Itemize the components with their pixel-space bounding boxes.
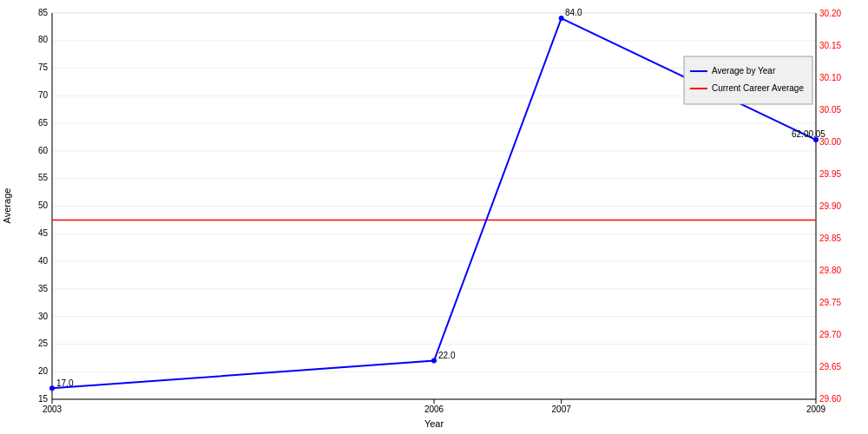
y-tick-55: 55 (38, 173, 49, 182)
chart-container: 15 20 25 30 35 40 45 50 55 60 65 70 75 8… (0, 0, 868, 434)
y-right-tick-2985: 29.85 (819, 233, 841, 243)
y-right-tick-2960: 29.60 (819, 394, 841, 404)
y-right-tick-2965: 29.65 (819, 362, 841, 372)
chart-svg: 15 20 25 30 35 40 45 50 55 60 65 70 75 8… (0, 0, 868, 434)
y-tick-35: 35 (38, 284, 49, 293)
y-tick-25: 25 (38, 339, 49, 348)
dot-2003 (49, 385, 55, 391)
y-right-tick-3010: 30.10 (819, 73, 841, 82)
y-right-tick-3020: 30.20 (819, 9, 841, 18)
x-axis-label: Year (424, 418, 444, 429)
y-right-tick-2975: 29.75 (819, 298, 841, 307)
y-tick-65: 65 (38, 118, 49, 128)
label-2009: 62.00.05 (792, 129, 825, 139)
y-right-tick-3005: 30.05 (819, 105, 841, 115)
y-tick-70: 70 (38, 90, 49, 100)
y-axis-right: 29.60 29.65 29.70 29.75 29.80 29.85 29.9… (819, 9, 841, 404)
y-tick-50: 50 (38, 201, 49, 210)
y-tick-45: 45 (38, 228, 49, 238)
y-right-tick-2990: 29.90 (819, 201, 841, 211)
y-tick-85: 85 (38, 8, 49, 17)
dot-2006 (431, 358, 437, 364)
y-tick-75: 75 (38, 62, 49, 72)
y-axis-left: 15 20 25 30 35 40 45 50 55 60 65 70 75 8… (38, 8, 49, 404)
y-right-tick-3015: 30.15 (819, 41, 841, 50)
label-2007: 84.0 (565, 8, 582, 17)
y-right-tick-2970: 29.70 (819, 330, 841, 339)
legend-blue-label: Average by Year (712, 66, 776, 76)
label-2006: 22.0 (438, 351, 456, 360)
x-tick-2007: 2007 (552, 404, 572, 414)
y-tick-20: 20 (38, 366, 49, 376)
y-tick-80: 80 (38, 35, 49, 44)
x-tick-2009: 2009 (806, 404, 826, 414)
y-tick-60: 60 (38, 146, 49, 155)
x-tick-2006: 2006 (424, 404, 444, 414)
y-axis-left-label: Average (2, 188, 12, 224)
legend-red-label: Current Career Average (712, 83, 804, 93)
y-tick-15: 15 (38, 394, 49, 404)
x-axis-ticks: 2003 2006 2007 2009 (43, 399, 826, 414)
y-tick-30: 30 (38, 312, 49, 321)
label-2003: 17.0 (56, 378, 74, 388)
y-tick-40: 40 (38, 256, 49, 266)
y-right-tick-2980: 29.80 (819, 266, 841, 275)
y-right-tick-2995: 29.95 (819, 169, 841, 179)
dot-2007 (559, 16, 564, 21)
legend-box (684, 56, 812, 104)
x-tick-2003: 2003 (43, 404, 62, 414)
